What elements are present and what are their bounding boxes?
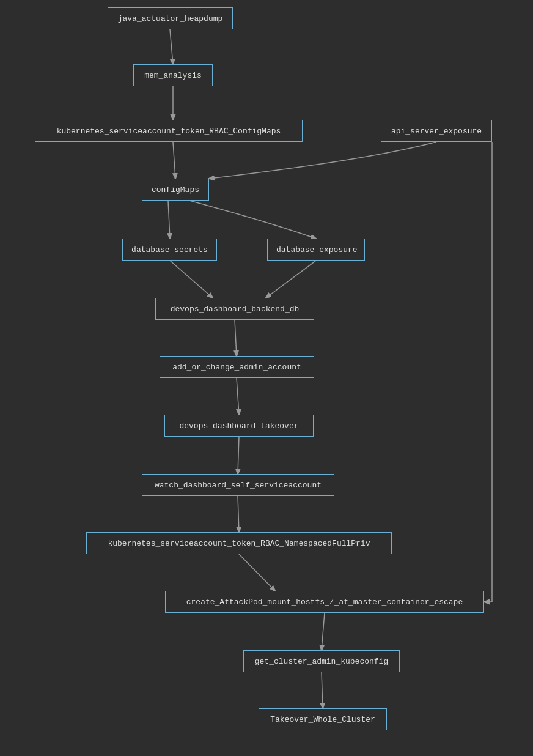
node-configMaps: configMaps [142,179,209,201]
svg-line-8 [238,437,239,474]
svg-line-7 [237,378,239,415]
arrows-svg [0,0,533,756]
node-java_actuator_heapdump: java_actuator_heapdump [108,7,233,29]
node-database_secrets: database_secrets [122,239,217,261]
node-kubernetes_serviceaccount_token_RBAC_ConfigMaps: kubernetes_serviceaccount_token_RBAC_Con… [35,120,303,142]
node-Takeover_Whole_Cluster: Takeover_Whole_Cluster [259,708,387,730]
node-add_or_change_admin_account: add_or_change_admin_account [160,356,314,378]
node-api_server_exposure: api_server_exposure [381,120,492,142]
node-kubernetes_serviceaccount_token_RBAC_NamespacedFullPriv: kubernetes_serviceaccount_token_RBAC_Nam… [86,532,392,554]
svg-line-9 [238,496,239,532]
svg-line-3 [168,201,170,239]
svg-line-0 [170,29,173,64]
svg-line-6 [235,320,237,356]
svg-line-12 [322,672,323,708]
node-create_AttackPod_mount_hostfs: create_AttackPod_mount_hostfs_/_at_maste… [165,591,484,613]
node-mem_analysis: mem_analysis [133,64,213,86]
diagram-container: java_actuator_heapdumpmem_analysiskubern… [0,0,533,756]
node-database_exposure: database_exposure [267,239,365,261]
svg-line-4 [170,261,213,298]
svg-line-11 [322,613,325,650]
node-devops_dashboard_backend_db: devops_dashboard_backend_db [155,298,314,320]
svg-line-5 [266,261,316,298]
svg-line-10 [239,554,275,591]
node-get_cluster_admin_kubeconfig: get_cluster_admin_kubeconfig [243,650,400,672]
node-watch_dashboard_self_serviceaccount: watch_dashboard_self_serviceaccount [142,474,334,496]
svg-line-2 [173,142,175,179]
node-devops_dashboard_takeover: devops_dashboard_takeover [164,415,314,437]
